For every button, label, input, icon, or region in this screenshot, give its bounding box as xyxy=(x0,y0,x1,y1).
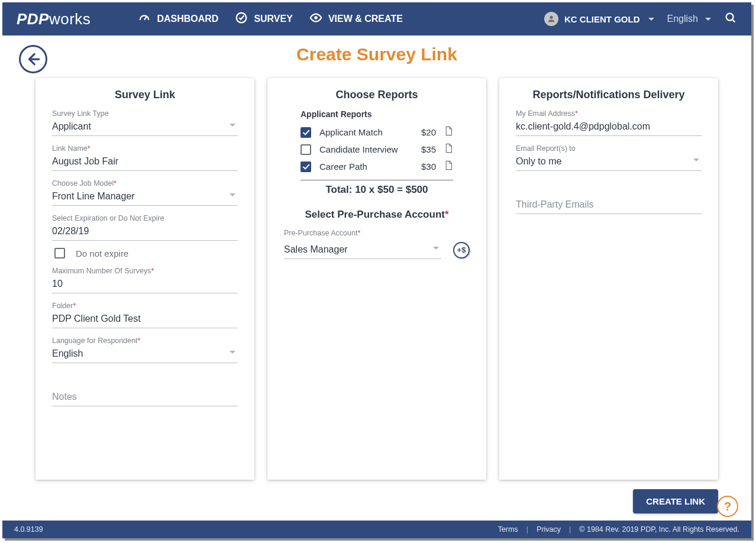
nav-survey-label: SURVEY xyxy=(254,14,293,24)
do-not-expire-label: Do not expire xyxy=(76,248,128,258)
add-funds-button[interactable]: +$ xyxy=(453,242,470,258)
card3-title: Reports/Notifications Delivery xyxy=(516,89,702,101)
avatar-icon xyxy=(544,12,558,26)
report-checkbox-career-path[interactable] xyxy=(301,161,311,172)
page-title: Create Survey Link xyxy=(296,44,457,64)
max-surveys-label: Maximum Number Of Surveys* xyxy=(52,267,238,275)
link-name-label: Link Name* xyxy=(52,144,238,153)
job-model-label: Choose Job Model* xyxy=(52,179,238,188)
report-price: $30 xyxy=(412,161,436,172)
chevron-down-icon xyxy=(433,247,439,250)
brand-logo[interactable]: PDPworks xyxy=(17,10,91,28)
search-button[interactable] xyxy=(724,11,737,27)
back-button[interactable] xyxy=(19,45,47,73)
report-name: Applicant Match xyxy=(319,127,404,137)
respondent-language-select[interactable] xyxy=(52,345,238,363)
svg-point-1 xyxy=(314,16,318,20)
gauge-icon xyxy=(138,11,151,27)
brand-bold: PDP xyxy=(17,10,49,28)
notes-input[interactable] xyxy=(52,388,238,406)
user-menu[interactable]: KC CLIENT GOLD xyxy=(544,12,654,26)
language-selector[interactable]: English xyxy=(667,14,711,24)
report-price: $35 xyxy=(412,144,436,154)
nav-survey[interactable]: SURVEY xyxy=(235,11,293,27)
folder-label: Folder* xyxy=(52,302,238,310)
my-email-label: My Email Address* xyxy=(516,109,702,118)
separator: | xyxy=(569,525,571,534)
chevron-down-icon xyxy=(693,159,699,161)
chevron-down-icon xyxy=(230,124,235,127)
chevron-down-icon xyxy=(230,351,235,354)
survey-link-type-select[interactable] xyxy=(52,118,238,136)
survey-link-type-label: Survey Link Type xyxy=(52,109,238,118)
link-name-input[interactable] xyxy=(52,153,238,171)
eye-icon xyxy=(309,11,322,27)
reports-total: Total: 10 x $50 = $500 xyxy=(301,184,453,196)
nav-view-create-label: VIEW & CREATE xyxy=(328,14,403,24)
card1-title: Survey Link xyxy=(52,89,238,101)
job-model-select[interactable] xyxy=(52,188,238,206)
card2-title: Choose Reports xyxy=(284,89,470,101)
divider xyxy=(301,180,453,180)
card-survey-link: Survey Link Survey Link Type Link Name* … xyxy=(35,78,254,480)
card-delivery: Reports/Notifications Delivery My Email … xyxy=(499,78,718,480)
third-party-emails-input[interactable] xyxy=(516,196,702,214)
folder-input[interactable] xyxy=(52,310,238,328)
footer-terms-link[interactable]: Terms xyxy=(498,525,518,534)
document-icon[interactable] xyxy=(444,126,453,138)
version-label: 4.0.9139 xyxy=(14,525,43,534)
language-label: English xyxy=(667,14,698,24)
footer-privacy-link[interactable]: Privacy xyxy=(537,525,561,534)
report-price: $20 xyxy=(412,127,436,137)
chevron-down-icon xyxy=(230,193,235,196)
help-button[interactable]: ? xyxy=(717,496,738,517)
report-name: Career Path xyxy=(319,161,404,172)
report-row: Applicant Match $20 xyxy=(301,124,453,141)
respondent-language-label: Language for Respondent* xyxy=(52,337,238,345)
nav-view-create[interactable]: VIEW & CREATE xyxy=(309,11,403,27)
expiration-input[interactable] xyxy=(52,222,238,241)
svg-point-2 xyxy=(550,16,553,19)
user-name-label: KC CLIENT GOLD xyxy=(564,14,640,24)
email-reports-to-label: Email Report(s) to xyxy=(516,144,702,153)
arrow-left-icon xyxy=(25,51,41,67)
nav-dashboard-label: DASHBOARD xyxy=(157,14,218,24)
footer-copyright: © 1984 Rev. 2019 PDP, Inc. All Rights Re… xyxy=(579,525,739,534)
applicant-reports-heading: Applicant Reports xyxy=(301,109,453,119)
search-icon xyxy=(724,11,737,24)
my-email-input[interactable] xyxy=(516,118,702,136)
ppa-select[interactable] xyxy=(284,241,441,259)
footer: 4.0.9139 Terms | Privacy | © 1984 Rev. 2… xyxy=(2,521,751,538)
brand-light: works xyxy=(49,10,91,28)
create-link-button[interactable]: CREATE LINK xyxy=(633,489,718,513)
chevron-down-icon xyxy=(648,18,654,21)
check-circle-icon xyxy=(235,11,248,27)
top-nav: PDPworks DASHBOARD SURVEY VIEW & CREATE xyxy=(2,2,751,35)
report-row: Candidate Interview $35 xyxy=(301,141,453,158)
report-row: Career Path $30 xyxy=(301,158,453,175)
document-icon[interactable] xyxy=(444,143,453,156)
do-not-expire-checkbox[interactable] xyxy=(54,248,65,258)
report-name: Candidate Interview xyxy=(319,144,404,154)
expiration-label: Select Expiration or Do Not Expire xyxy=(52,214,238,222)
card-choose-reports: Choose Reports Applicant Reports Applica… xyxy=(267,78,486,480)
svg-point-3 xyxy=(726,14,734,21)
select-ppa-heading: Select Pre-Purchase Account* xyxy=(284,209,470,221)
report-checkbox-applicant-match[interactable] xyxy=(301,127,311,138)
separator: | xyxy=(526,525,528,534)
email-reports-to-select[interactable] xyxy=(516,153,702,171)
nav-dashboard[interactable]: DASHBOARD xyxy=(138,11,218,27)
chevron-down-icon xyxy=(705,18,711,21)
ppa-label: Pre-Purchase Account* xyxy=(284,229,470,237)
max-surveys-input[interactable] xyxy=(52,275,238,293)
document-icon[interactable] xyxy=(444,160,453,173)
report-checkbox-candidate-interview[interactable] xyxy=(301,144,311,155)
